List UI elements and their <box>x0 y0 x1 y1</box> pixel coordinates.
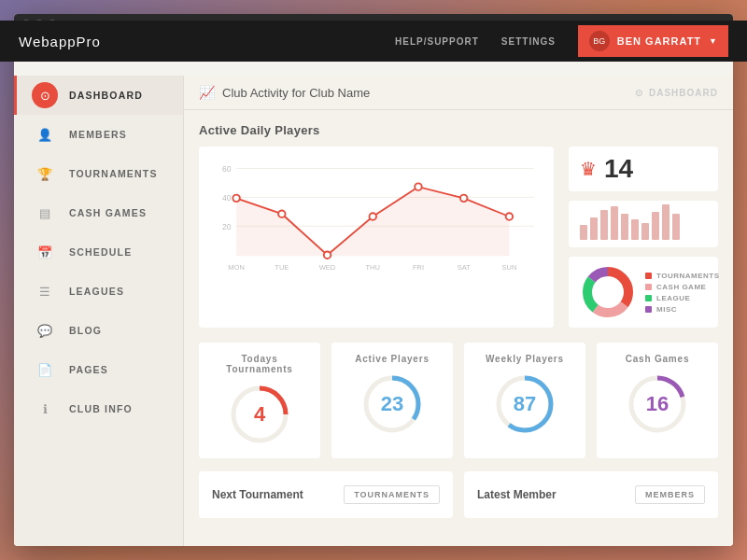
svg-text:TUE: TUE <box>275 263 289 272</box>
app-header: WebappPro HELP/SUPPORT SETTINGS BG BEN G… <box>14 21 733 62</box>
ring-tournaments: 4 <box>227 382 292 447</box>
activity-icon: 📈 <box>199 85 215 100</box>
user-avatar: BG <box>589 31 610 51</box>
legend-league: LEAGUE <box>645 294 720 302</box>
user-name: BEN GARRATT <box>617 35 701 47</box>
stat-card-weekly: Weekly Players 87 <box>464 343 585 458</box>
bottom-panels: Next Tournament TOURNAMENTS Latest Membe… <box>199 471 718 518</box>
sidebar-icon-5: ☰ <box>32 278 58 304</box>
sidebar-label-6: BLOG <box>69 325 102 336</box>
sidebar-label-1: MEMBERS <box>69 129 127 140</box>
line-chart: 60 40 20 <box>199 147 554 328</box>
svg-text:SAT: SAT <box>458 263 471 272</box>
sidebar-item-tournaments[interactable]: 🏆TOURNAMENTS <box>14 154 183 193</box>
svg-point-26 <box>594 278 622 306</box>
svg-text:WED: WED <box>319 263 336 272</box>
bar-3 <box>600 210 608 240</box>
stat-value-3: 16 <box>646 392 669 416</box>
stat-value-2: 87 <box>514 392 536 416</box>
legend-items: TOURNAMENTS CASH GAME LEAGUE <box>645 272 720 314</box>
breadcrumb-icon: ⊙ <box>635 88 643 98</box>
bar-2 <box>590 217 598 240</box>
main-header: 📈 Club Activity for Club Name ⊙ DASHBOAR… <box>184 76 733 110</box>
sidebar-item-schedule[interactable]: 📅SCHEDULE <box>14 232 183 272</box>
bar-9 <box>662 204 669 240</box>
chart-svg-wrapper: 60 40 20 <box>210 156 543 277</box>
crown-icon: ♛ <box>580 158 597 180</box>
stat-card-tournaments: Todays Tournaments 4 <box>199 343 320 458</box>
legend-dot-league <box>645 295 652 301</box>
ring-cashgames: 16 <box>625 371 690 437</box>
svg-text:MON: MON <box>228 263 244 272</box>
sidebar-item-dashboard[interactable]: ⊙DASHBOARD <box>14 76 183 115</box>
sidebar-icon-7: 📄 <box>32 357 58 383</box>
page-title-area: 📈 Club Activity for Club Name <box>199 85 370 100</box>
sidebar-item-leagues[interactable]: ☰LEAGUES <box>14 272 183 311</box>
legend-misc: MISC <box>645 305 720 314</box>
sidebar: ⊙DASHBOARD👤MEMBERS🏆TOURNAMENTS▤CASH GAME… <box>14 76 184 546</box>
legend-dot-cashgame <box>645 284 652 290</box>
sidebar-icon-3: ▤ <box>32 200 58 226</box>
stat-label-0: Todays Tournaments <box>208 354 311 374</box>
bar-10 <box>672 214 680 240</box>
tournaments-button[interactable]: TOURNAMENTS <box>344 485 440 504</box>
sidebar-item-pages[interactable]: 📄PAGES <box>14 350 183 389</box>
app-window: ⤢ WebappPro HELP/SUPPORT SETTINGS BG BEN… <box>14 14 733 546</box>
bar-5 <box>621 214 628 240</box>
page-title: Club Activity for Club Name <box>222 86 370 100</box>
sidebar-label-3: CASH GAMES <box>69 207 147 218</box>
svg-point-11 <box>415 183 421 189</box>
stat-card-players: Active Players 23 <box>331 343 453 458</box>
sidebar-label-4: SCHEDULE <box>69 246 132 258</box>
sidebar-icon-2: 🏆 <box>32 161 58 187</box>
stat-cards: Todays Tournaments 4 Active Players <box>199 343 718 458</box>
stat-value-0: 4 <box>254 402 265 427</box>
sidebar-label-7: PAGES <box>69 364 108 375</box>
ring-players: 23 <box>359 371 425 437</box>
header-nav: HELP/SUPPORT SETTINGS BG BEN GARRATT ▼ <box>395 25 728 57</box>
legend-dot-tournaments <box>645 273 652 279</box>
stat-label-3: Cash Games <box>626 354 690 364</box>
svg-point-7 <box>233 195 239 202</box>
stat-label-2: Weekly Players <box>486 354 564 364</box>
next-tournament-panel: Next Tournament TOURNAMENTS <box>199 471 453 518</box>
app-logo: WebappPro <box>19 34 187 49</box>
main-body: Active Daily Players 60 <box>184 110 733 546</box>
svg-point-13 <box>506 213 513 219</box>
sidebar-item-cash-games[interactable]: ▤CASH GAMES <box>14 193 183 232</box>
sidebar-icon-4: 📅 <box>32 239 58 265</box>
app-body: ⊙DASHBOARD👤MEMBERS🏆TOURNAMENTS▤CASH GAME… <box>14 35 733 546</box>
sidebar-label-0: DASHBOARD <box>69 90 143 101</box>
donut-legend-card: TOURNAMENTS CASH GAME LEAGUE <box>569 257 718 328</box>
stat-label-1: Active Players <box>355 354 430 364</box>
svg-point-8 <box>278 210 285 217</box>
sidebar-icon-1: 👤 <box>32 121 58 147</box>
latest-member-title: Latest Member <box>477 488 557 501</box>
bar-6 <box>631 219 639 240</box>
svg-text:40: 40 <box>222 193 232 203</box>
svg-point-9 <box>324 251 331 258</box>
sidebar-icon-0: ⊙ <box>32 82 58 108</box>
help-support-link[interactable]: HELP/SUPPORT <box>395 36 479 47</box>
settings-link[interactable]: SETTINGS <box>501 36 556 47</box>
svg-text:20: 20 <box>222 222 232 231</box>
svg-text:SUN: SUN <box>501 263 516 272</box>
breadcrumb: ⊙ DASHBOARD <box>635 88 718 98</box>
members-button[interactable]: MEMBERS <box>635 485 705 504</box>
sidebar-icon-8: ℹ <box>32 396 58 422</box>
bar-1 <box>580 225 587 240</box>
latest-member-panel: Latest Member MEMBERS <box>464 471 718 518</box>
sidebar-item-club-info[interactable]: ℹCLUB INFO <box>14 389 183 428</box>
sidebar-label-5: LEAGUES <box>69 286 124 297</box>
svg-text:60: 60 <box>222 164 232 174</box>
sidebar-icon-6: 💬 <box>32 317 58 343</box>
crown-stat-card: ♛ 14 <box>569 147 718 191</box>
svg-point-12 <box>460 195 467 202</box>
next-tournament-title: Next Tournament <box>212 488 303 501</box>
user-menu[interactable]: BG BEN GARRATT ▼ <box>578 25 728 57</box>
chart-side-stats: ♛ 14 <box>569 147 718 328</box>
donut-chart <box>580 264 636 320</box>
line-chart-svg: 60 40 20 <box>210 156 543 277</box>
sidebar-item-blog[interactable]: 💬BLOG <box>14 311 183 350</box>
sidebar-item-members[interactable]: 👤MEMBERS <box>14 115 183 154</box>
